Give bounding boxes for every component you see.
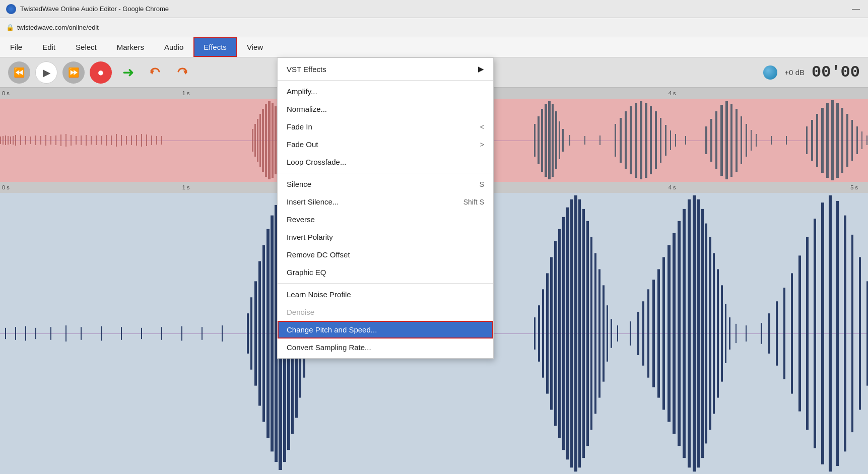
svg-rect-82 xyxy=(670,130,671,150)
svg-rect-171 xyxy=(673,233,676,434)
svg-rect-78 xyxy=(650,106,652,174)
effects-fade-out[interactable]: Fade Out > xyxy=(278,136,493,153)
record-button[interactable]: ● xyxy=(90,61,112,84)
svg-rect-112 xyxy=(250,297,252,369)
effects-invert-polarity-label: Invert Polarity xyxy=(287,233,333,241)
svg-rect-115 xyxy=(262,245,265,422)
menu-edit[interactable]: Edit xyxy=(32,37,65,57)
svg-rect-134 xyxy=(81,327,82,340)
svg-rect-63 xyxy=(548,101,551,179)
menu-effects[interactable]: Effects xyxy=(193,37,237,57)
svg-rect-179 xyxy=(709,237,711,430)
svg-rect-86 xyxy=(710,119,712,162)
svg-rect-140 xyxy=(202,327,203,340)
svg-rect-109 xyxy=(861,131,862,149)
svg-rect-70 xyxy=(599,136,600,145)
svg-rect-160 xyxy=(607,305,608,362)
volume-knob[interactable] xyxy=(763,65,777,80)
svg-rect-99 xyxy=(811,120,813,161)
svg-rect-104 xyxy=(836,103,839,178)
svg-rect-158 xyxy=(598,269,600,397)
effects-change-pitch-speed-label: Change Pitch and Speed... xyxy=(287,325,377,334)
ruler2-tick-4s: 4 s xyxy=(669,184,676,190)
svg-rect-43 xyxy=(265,104,267,177)
window-title: TwistedWave Online Audio Editor - Google… xyxy=(20,5,169,13)
effects-graphic-eq[interactable]: Graphic EQ xyxy=(278,263,493,281)
svg-rect-90 xyxy=(730,104,732,177)
svg-rect-38 xyxy=(252,129,253,152)
svg-rect-174 xyxy=(688,199,691,467)
menu-markers[interactable]: Markers xyxy=(107,37,154,57)
svg-rect-73 xyxy=(625,111,627,169)
svg-rect-149 xyxy=(562,217,565,450)
effects-normalize-label: Normalize... xyxy=(287,105,327,113)
menu-audio[interactable]: Audio xyxy=(154,37,193,57)
svg-rect-25 xyxy=(101,136,102,145)
effects-convert-sampling[interactable]: Convert Sampling Rate... xyxy=(278,338,493,356)
effects-insert-silence[interactable]: Insert Silence... Shift S xyxy=(278,193,493,211)
svg-rect-139 xyxy=(181,326,182,341)
effects-loop-crossfade[interactable]: Loop Crossfade... xyxy=(278,153,493,171)
volume-section: +0 dB 00'00 xyxy=(763,63,860,82)
svg-rect-197 xyxy=(836,201,839,466)
play-button[interactable]: ▶ xyxy=(35,61,57,84)
svg-rect-22 xyxy=(86,135,87,146)
url-display[interactable]: twistedwave.com/online/edit xyxy=(17,24,99,31)
fastforward-button[interactable]: ⏩ xyxy=(62,61,85,84)
effects-learn-noise[interactable]: Learn Noise Profile xyxy=(278,286,493,303)
svg-rect-128 xyxy=(5,328,6,339)
separator-1 xyxy=(278,80,493,81)
effects-invert-polarity[interactable]: Invert Polarity xyxy=(278,228,493,246)
svg-rect-168 xyxy=(657,269,660,397)
svg-rect-154 xyxy=(582,209,585,458)
svg-rect-146 xyxy=(550,257,553,410)
minimize-button[interactable]: — xyxy=(852,5,860,14)
svg-rect-155 xyxy=(586,221,589,446)
menu-file[interactable]: File xyxy=(0,37,32,57)
svg-rect-80 xyxy=(660,118,661,163)
svg-rect-178 xyxy=(705,224,707,444)
separator-2 xyxy=(278,173,493,173)
separator-3 xyxy=(278,283,493,284)
svg-rect-79 xyxy=(655,111,657,169)
svg-rect-60 xyxy=(538,116,540,164)
svg-rect-44 xyxy=(268,101,271,179)
effects-silence[interactable]: Silence S xyxy=(278,175,493,193)
svg-rect-7 xyxy=(13,136,14,145)
effects-change-pitch-speed[interactable]: Change Pitch and Speed... xyxy=(278,321,493,338)
svg-rect-16 xyxy=(55,136,56,145)
effects-remove-dc-label: Remove DC Offset xyxy=(287,250,350,259)
svg-rect-116 xyxy=(266,229,270,438)
effects-vst[interactable]: VST Effects ▶ xyxy=(278,60,493,78)
svg-rect-186 xyxy=(746,325,747,342)
svg-rect-198 xyxy=(844,216,846,452)
loop-button[interactable]: ➜ xyxy=(117,61,139,84)
rewind-button[interactable]: ⏪ xyxy=(8,61,30,84)
svg-rect-177 xyxy=(701,209,704,458)
effects-fade-out-shortcut: > xyxy=(480,141,484,149)
svg-rect-108 xyxy=(856,126,858,154)
address-bar: 🔒 twistedwave.com/online/edit xyxy=(0,18,868,37)
effects-vst-arrow: ▶ xyxy=(478,64,484,74)
svg-rect-84 xyxy=(685,136,686,145)
effects-normalize[interactable]: Normalize... xyxy=(278,100,493,118)
effects-vst-label: VST Effects xyxy=(287,65,326,74)
effects-fade-in[interactable]: Fade In < xyxy=(278,118,493,136)
effects-amplify[interactable]: Amplify... xyxy=(278,83,493,100)
svg-rect-138 xyxy=(161,327,162,340)
svg-rect-29 xyxy=(121,135,122,146)
undo-button[interactable] xyxy=(144,61,166,84)
svg-rect-83 xyxy=(675,134,676,147)
svg-rect-135 xyxy=(101,326,102,341)
svg-rect-61 xyxy=(541,109,543,172)
menu-view[interactable]: View xyxy=(237,37,273,57)
svg-rect-64 xyxy=(552,104,554,177)
redo-button[interactable] xyxy=(171,61,193,84)
svg-rect-71 xyxy=(615,124,616,157)
effects-remove-dc[interactable]: Remove DC Offset xyxy=(278,246,493,263)
svg-rect-5 xyxy=(8,136,9,145)
effects-reverse[interactable]: Reverse xyxy=(278,211,493,228)
svg-rect-89 xyxy=(725,101,728,179)
effects-loop-crossfade-label: Loop Crossfade... xyxy=(287,158,346,166)
menu-select[interactable]: Select xyxy=(65,37,107,57)
